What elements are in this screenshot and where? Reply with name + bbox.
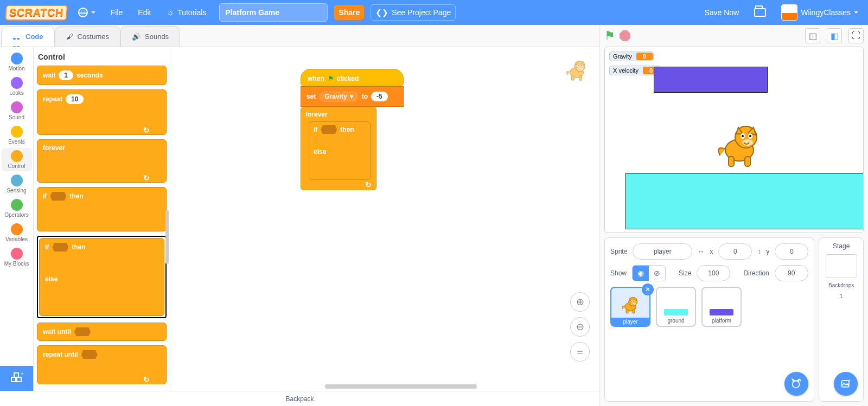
sprite-thumbnail [710, 309, 733, 315]
stage-size-small-button[interactable]: ◫ [805, 28, 820, 43]
hide-button[interactable]: ⊘ [649, 266, 665, 281]
stage-canvas[interactable]: Gravity 0 X velocity 0 [604, 47, 864, 233]
file-menu[interactable]: File [106, 5, 127, 20]
green-flag-button[interactable]: ⚑ [604, 29, 615, 43]
palette-scrollbar[interactable] [165, 210, 169, 264]
category-control[interactable]: Control [2, 148, 32, 171]
backdrops-label: Backdrops [828, 282, 854, 288]
backpack-toggle[interactable]: Backpack [0, 391, 599, 406]
sprite-card-player[interactable]: ✕ player [610, 287, 650, 327]
see-project-label: See Project Page [392, 8, 451, 17]
stage-and-sprites-pane: ⚑ ◫ ◧ ⛶ Gravity 0 X velocity 0 [600, 25, 868, 406]
sprite-name-input[interactable] [633, 243, 692, 260]
sprite-y-input[interactable] [775, 243, 808, 260]
show-button[interactable]: ◉ [633, 266, 649, 281]
variable-dropdown[interactable]: Gravity▾ [319, 91, 358, 102]
tab-sounds[interactable]: 🔊 Sounds [120, 26, 180, 47]
tab-costumes-label: Costumes [78, 33, 110, 41]
block-forever[interactable]: forever ↻ [37, 139, 167, 183]
stage-size-large-button[interactable]: ◧ [827, 28, 842, 43]
zoom-reset-button[interactable]: ＝ [570, 342, 590, 362]
backdrops-count: 1 [840, 293, 843, 299]
sprite-card-label: platform [712, 318, 731, 324]
value-input[interactable]: -5 [371, 92, 388, 101]
show-label: Show [610, 269, 627, 277]
block-wait-until[interactable]: wait until [37, 323, 167, 341]
block-if-then-else[interactable]: ifthen else [39, 238, 164, 316]
category-motion[interactable]: Motion [2, 50, 32, 74]
category-looks[interactable]: Looks [2, 75, 32, 98]
block-repeat[interactable]: repeat10 ↻ [37, 89, 167, 135]
edit-menu[interactable]: Edit [133, 5, 155, 20]
category-sound[interactable]: Sound [2, 99, 32, 123]
block-when-flag-clicked[interactable]: when ⚑ clicked [301, 69, 404, 86]
svg-point-15 [793, 381, 800, 388]
boolean-slot[interactable] [74, 327, 91, 336]
tab-costumes[interactable]: 🖌 Costumes [55, 26, 121, 47]
monitor-label: Gravity [613, 53, 632, 60]
category-sensing[interactable]: Sensing [2, 172, 32, 196]
stage-sprite-ground[interactable] [626, 173, 864, 229]
wait-value[interactable]: 1 [59, 70, 73, 80]
monitor-label: X velocity [613, 67, 639, 74]
project-title-input[interactable]: Platform Game [219, 3, 328, 22]
stage-fullscreen-button[interactable]: ⛶ [848, 28, 864, 43]
variable-monitor-xvelocity[interactable]: X velocity 0 [609, 66, 660, 75]
sprite-size-input[interactable] [697, 265, 730, 281]
language-menu[interactable] [74, 4, 100, 21]
add-sprite-button[interactable]: + [784, 372, 808, 396]
tutorials-label: Tutorials [177, 8, 206, 17]
target-panels: Sprite ↔ x ↕ y Show ◉ ⊘ Size [600, 233, 868, 406]
sprite-card-platform[interactable]: platform [701, 287, 742, 327]
sprite-direction-input[interactable] [775, 265, 808, 281]
category-myblocks[interactable]: My Blocks [2, 246, 32, 269]
add-backdrop-button[interactable]: + [834, 372, 858, 396]
stage-sprite-player[interactable] [712, 118, 767, 172]
block-wait-seconds[interactable]: wait 1 seconds [37, 66, 167, 85]
paintbrush-icon: 🖌 [66, 33, 73, 41]
tutorials-button[interactable]: ☼ Tutorials [162, 4, 210, 21]
sprite-card-ground[interactable]: ground [656, 287, 696, 327]
variable-monitor-gravity[interactable]: Gravity 0 [609, 51, 654, 61]
repeat-value[interactable]: 10 [66, 94, 84, 104]
chevron-down-icon [854, 11, 858, 16]
boolean-slot[interactable] [81, 350, 98, 359]
workspace-scrollbar-horizontal[interactable] [325, 384, 477, 389]
block-repeat-until[interactable]: repeat until ↻ [37, 345, 167, 384]
mystuff-button[interactable] [750, 5, 770, 20]
category-events[interactable]: Events [2, 124, 32, 147]
workspace-zoom-controls: ⊕ ⊖ ＝ [570, 292, 590, 362]
stage-selector-panel[interactable]: Stage Backdrops 1 + [819, 237, 864, 402]
boolean-slot[interactable] [50, 192, 66, 201]
palette-heading: Control [38, 53, 167, 61]
sprite-thumbnail [664, 309, 688, 315]
account-menu[interactable]: WiingyClasses [777, 1, 863, 24]
block-if-else-inscript[interactable]: ifthen else [309, 121, 371, 180]
backdrop-thumbnail[interactable] [826, 254, 857, 278]
zoom-out-button[interactable]: ⊖ [570, 317, 590, 337]
add-extension-button[interactable]: + [0, 366, 33, 391]
stop-button[interactable] [620, 30, 630, 41]
boolean-slot[interactable] [321, 125, 337, 134]
category-operators[interactable]: Operators [2, 197, 32, 220]
see-project-page-button[interactable]: ❮❯ See Project Page [371, 4, 456, 21]
scratch-logo[interactable]: SCRATCH [5, 5, 68, 21]
direction-label: Direction [743, 269, 769, 277]
block-forever-inscript[interactable]: forever ifthen else ↻ [301, 107, 376, 190]
sprite-x-input[interactable] [718, 243, 752, 260]
delete-sprite-button[interactable]: ✕ [642, 283, 654, 295]
zoom-in-button[interactable]: ⊕ [570, 292, 590, 312]
script-stack[interactable]: when ⚑ clicked set Gravity▾ to -5 foreve… [301, 69, 404, 190]
save-now-button[interactable]: Save Now [700, 5, 743, 20]
speaker-icon: 🔊 [132, 33, 141, 41]
block-if-then[interactable]: ifthen [37, 187, 167, 231]
loop-arrow-icon: ↻ [143, 173, 150, 182]
scripts-workspace[interactable]: when ⚑ clicked set Gravity▾ to -5 foreve… [170, 47, 599, 391]
boolean-slot[interactable] [52, 243, 68, 252]
tab-code[interactable]: Code [1, 26, 55, 47]
block-set-variable[interactable]: set Gravity▾ to -5 [301, 86, 404, 107]
category-variables[interactable]: Variables [2, 221, 32, 244]
stage-sprite-platform[interactable] [654, 67, 768, 93]
sprites-list: ✕ player ground platform [610, 287, 808, 327]
share-button[interactable]: Share [334, 5, 364, 20]
